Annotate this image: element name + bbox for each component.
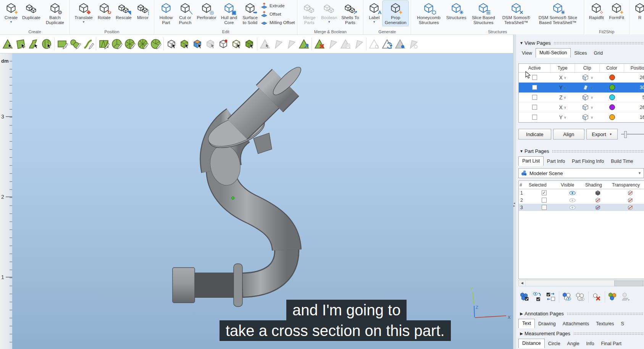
ribbon-item-honeycomb-structures[interactable]: ⬡Honeycomb Structures — [413, 1, 444, 26]
tab-grid[interactable]: Grid — [590, 49, 606, 58]
tab-text[interactable]: Text — [518, 319, 535, 328]
type-dropdown[interactable]: X∨ — [550, 73, 575, 82]
ribbon-item-boolean[interactable]: Boolean▼ — [319, 1, 339, 24]
wire-cube-selection-button[interactable] — [230, 37, 243, 51]
export-button[interactable]: Export▼ — [586, 129, 618, 140]
select-triangles-button[interactable] — [1, 37, 14, 51]
ribbon-item-mirror[interactable]: ┆Mirror — [134, 1, 152, 21]
transparency-toggle[interactable] — [611, 196, 644, 204]
position-value[interactable]: 266.7 — [624, 102, 644, 112]
select-shells-button[interactable] — [40, 37, 53, 51]
tab-slices[interactable]: Slices — [571, 49, 590, 58]
tab-textures[interactable]: Textures — [592, 320, 617, 328]
collapse-arrow-icon[interactable]: ▶ — [518, 331, 525, 336]
ribbon-item-cut-or-punch[interactable]: ⟍Cut or Punch — [176, 1, 195, 26]
rectangle-selection-button[interactable] — [56, 37, 69, 51]
scene-selector-dropdown[interactable]: Modeler Scene ▼ — [518, 168, 644, 178]
slider-thumb[interactable] — [624, 131, 627, 138]
section-row-3[interactable]: Z∨∨50.0 — [519, 93, 644, 102]
ribbon-item-r[interactable]: R — [632, 1, 644, 21]
align-button[interactable]: Align — [553, 129, 584, 140]
scrollbar-thumb[interactable] — [614, 281, 643, 286]
ribbon-item-rescale[interactable]: ◥Rescale — [113, 1, 134, 21]
select-all-parts-button[interactable] — [518, 291, 531, 304]
clip-dropdown[interactable]: ∨ — [575, 83, 600, 92]
annotation-pages-header[interactable]: ▶ Annotation Pages — [518, 310, 644, 317]
ribbon-item-offset[interactable]: Offset — [260, 10, 295, 18]
window-selection-button[interactable] — [97, 37, 110, 51]
visible-toggle[interactable] — [560, 196, 584, 204]
position-value[interactable]: 266.7 — [624, 73, 644, 82]
shading-toggle[interactable] — [584, 189, 611, 196]
tab-part-list[interactable]: Part List — [518, 156, 544, 166]
ribbon-item-label[interactable]: ALabel▼ — [366, 1, 383, 24]
clip-dropdown[interactable]: ∨ — [575, 112, 600, 122]
wheel-selection-button[interactable] — [136, 37, 149, 51]
mark-part-button[interactable] — [217, 37, 230, 51]
tab-multi-section[interactable]: Multi-Section — [536, 48, 571, 58]
delete-marked-triangles-button[interactable] — [313, 37, 326, 51]
tab-angle[interactable]: Angle — [564, 339, 583, 348]
shading-toggle[interactable] — [584, 204, 611, 211]
part-row-3[interactable]: 3 — [519, 204, 644, 211]
selected-checkbox-cell[interactable] — [528, 196, 560, 204]
ribbon-item-shells-to-parts[interactable]: ↗Shells To Parts — [339, 1, 361, 26]
tab-distance[interactable]: Distance — [518, 339, 545, 348]
ribbon-item-rapidfit[interactable]: ⁘Rapidfit — [586, 1, 606, 21]
clip-dropdown[interactable]: ∨ — [575, 93, 600, 102]
visible-toggle[interactable] — [560, 204, 584, 211]
show-selected-parts-button[interactable] — [561, 291, 574, 304]
swap-triangles-button[interactable] — [381, 37, 394, 51]
color-swatch-cell[interactable] — [600, 112, 624, 122]
color-swatch[interactable] — [609, 94, 615, 100]
clip-dropdown[interactable]: ∨ — [575, 73, 600, 82]
ribbon-item-hull-and-core[interactable]: ▣Hull and Core — [218, 1, 240, 26]
fan-selection-button[interactable] — [149, 37, 162, 51]
active-checkbox-cell[interactable] — [519, 73, 550, 82]
collapse-arrow-icon[interactable]: ▶ — [518, 312, 525, 316]
3d-viewport[interactable] — [12, 54, 513, 349]
scroll-left-button[interactable]: ◀ — [519, 280, 526, 286]
visible-toggle[interactable] — [560, 189, 584, 196]
selected-checkbox-cell[interactable] — [528, 204, 560, 211]
freeform-selection-button[interactable] — [82, 37, 95, 51]
active-checkbox-cell[interactable] — [519, 93, 550, 102]
active-checkbox[interactable] — [532, 115, 537, 120]
tab-view[interactable]: View — [518, 49, 536, 58]
ribbon-item-surface-to-solid[interactable]: ➥Surface to Solid — [240, 1, 260, 26]
ribbon-item-create[interactable]: ✦Create▼ — [2, 1, 20, 24]
star-selection-button[interactable] — [123, 37, 136, 51]
delete-selected-part-button[interactable] — [590, 291, 603, 304]
selected-checkbox[interactable] — [542, 205, 547, 210]
set-selected-visible-button[interactable] — [531, 291, 544, 304]
brush-selection-button[interactable] — [69, 37, 82, 51]
ribbon-item-perforator[interactable]: ◎Perforator — [195, 1, 218, 21]
ribbon-item-slice-based-structures[interactable]: ☰Slice Based Structures — [468, 1, 498, 26]
tab-part-fixing-info[interactable]: Part Fixing Info — [568, 157, 607, 166]
hide-unselected-parts-button[interactable] — [574, 291, 587, 304]
tab-s[interactable]: S — [618, 320, 628, 328]
color-parts-button[interactable] — [607, 291, 620, 304]
tab-final-part[interactable]: Final Part — [597, 339, 625, 348]
shading-toggle[interactable] — [584, 196, 611, 204]
ribbon-item-milling-offset[interactable]: Milling Offset — [260, 18, 295, 27]
view-pages-header[interactable]: ▼ View Pages — [518, 39, 644, 47]
active-checkbox[interactable] — [532, 75, 537, 80]
move-marked-triangles-button[interactable] — [297, 37, 310, 51]
color-swatch-cell[interactable] — [600, 83, 624, 92]
section-row-1[interactable]: X∨∨266.7 — [519, 73, 644, 83]
active-checkbox[interactable] — [532, 105, 537, 110]
active-checkbox-cell[interactable] — [519, 102, 550, 112]
point-on-triangle-button[interactable] — [394, 37, 407, 51]
active-checkbox-cell[interactable] — [519, 112, 550, 122]
indicate-button[interactable]: Indicate — [518, 129, 551, 140]
selected-checkbox-cell[interactable]: ✓ — [528, 189, 560, 196]
tab-attachments[interactable]: Attachments — [559, 320, 592, 328]
section-row-2[interactable]: Y∨∨308.0 — [519, 83, 644, 93]
select-planes-button[interactable] — [14, 37, 27, 51]
selected-checkbox[interactable]: ✓ — [542, 190, 547, 195]
color-swatch[interactable] — [609, 75, 615, 80]
transparency-toggle[interactable] — [611, 189, 644, 196]
tab-circle[interactable]: Circle — [545, 339, 564, 348]
clip-dropdown[interactable]: ∨ — [575, 102, 600, 112]
